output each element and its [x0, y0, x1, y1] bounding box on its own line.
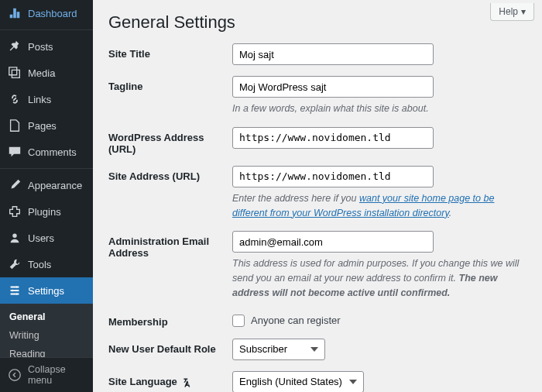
menu-label: Dashboard — [28, 8, 77, 19]
menu-label: Plugins — [28, 206, 61, 218]
menu-label: Links — [28, 94, 51, 105]
translate-icon — [181, 376, 195, 390]
menu-appearance[interactable]: Appearance — [0, 172, 93, 198]
settings-icon — [8, 284, 22, 297]
menu-label: Users — [28, 232, 54, 244]
menu-label: Media — [28, 67, 55, 79]
chevron-down-icon: ▾ — [521, 6, 526, 17]
row-role: New User Default Role Subscriber — [108, 339, 527, 360]
submenu-writing[interactable]: Writing — [0, 326, 93, 345]
users-icon — [8, 231, 22, 245]
menu-posts[interactable]: Posts — [0, 33, 93, 60]
menu-label: Comments — [28, 146, 77, 158]
svg-point-0 — [12, 234, 16, 238]
label-tagline: Tagline — [108, 76, 232, 92]
label-wpurl: WordPress Address (URL) — [108, 127, 232, 155]
checkbox-text: Anyone can register — [251, 315, 341, 326]
admin-sidebar: Dashboard Posts Media Links Pages Commen… — [0, 0, 93, 392]
input-wpurl[interactable] — [232, 127, 434, 149]
svg-point-1 — [15, 286, 18, 288]
help-label: Help — [499, 6, 518, 17]
comments-icon — [8, 145, 22, 159]
row-lang: Site Language English (United States) — [108, 371, 527, 393]
input-tagline[interactable] — [232, 76, 434, 98]
help-tab[interactable]: Help▾ — [490, 3, 534, 21]
collapse-icon — [8, 368, 22, 382]
menu-dashboard[interactable]: Dashboard — [0, 0, 93, 26]
svg-point-2 — [12, 290, 14, 292]
row-wpurl: WordPress Address (URL) — [108, 127, 527, 155]
submenu-general[interactable]: General — [0, 308, 93, 326]
svg-point-3 — [15, 293, 18, 295]
checkbox-membership[interactable] — [232, 315, 245, 327]
pages-icon — [8, 119, 22, 132]
menu-label: Settings — [28, 285, 64, 297]
menu-media[interactable]: Media — [0, 60, 93, 86]
menu-links[interactable]: Links — [0, 86, 93, 112]
menu-label: Appearance — [28, 180, 82, 191]
tools-icon — [8, 257, 22, 271]
label-lang: Site Language — [108, 371, 232, 390]
input-siteurl[interactable] — [232, 166, 434, 187]
desc-email: This address is used for admin purposes.… — [232, 256, 527, 300]
label-email: Administration Email Address — [108, 231, 232, 259]
menu-separator — [0, 168, 93, 169]
page-title: General Settings — [108, 0, 527, 43]
menu-tools[interactable]: Tools — [0, 251, 93, 277]
svg-point-4 — [9, 370, 20, 380]
row-site-title: Site Title — [108, 43, 527, 65]
menu-label: Tools — [28, 259, 51, 270]
menu-separator — [0, 29, 93, 30]
menu-pages[interactable]: Pages — [0, 112, 93, 139]
collapse-label: Collapse menu — [28, 364, 85, 386]
menu-plugins[interactable]: Plugins — [0, 198, 93, 225]
input-site-title[interactable] — [232, 43, 434, 65]
menu-users[interactable]: Users — [0, 225, 93, 251]
row-email: Administration Email Address This addres… — [108, 231, 527, 300]
main-content: Help▾ General Settings Site Title Taglin… — [93, 0, 542, 392]
label-siteurl: Site Address (URL) — [108, 166, 232, 182]
menu-label: Pages — [28, 120, 57, 132]
row-tagline: Tagline In a few words, explain what thi… — [108, 76, 527, 116]
label-membership: Membership — [108, 311, 232, 328]
membership-checkbox-label[interactable]: Anyone can register — [232, 311, 527, 327]
collapse-menu[interactable]: Collapse menu — [0, 357, 93, 392]
select-lang[interactable]: English (United States) — [232, 371, 364, 393]
menu-label: Posts — [28, 41, 53, 53]
input-email[interactable] — [232, 231, 434, 253]
desc-siteurl: Enter the address here if you want your … — [232, 191, 527, 221]
select-role[interactable]: Subscriber — [232, 339, 325, 360]
label-role: New User Default Role — [108, 339, 232, 355]
menu-comments[interactable]: Comments — [0, 139, 93, 165]
brush-icon — [8, 178, 22, 192]
row-siteurl: Site Address (URL) Enter the address her… — [108, 166, 527, 221]
menu-settings[interactable]: Settings — [0, 277, 93, 304]
plugin-icon — [8, 205, 22, 218]
link-icon — [8, 92, 22, 106]
dashboard-icon — [8, 6, 22, 20]
media-icon — [8, 66, 22, 80]
desc-tagline: In a few words, explain what this site i… — [232, 101, 527, 116]
pin-icon — [8, 40, 22, 53]
row-membership: Membership Anyone can register — [108, 311, 527, 328]
label-site-title: Site Title — [108, 43, 232, 60]
